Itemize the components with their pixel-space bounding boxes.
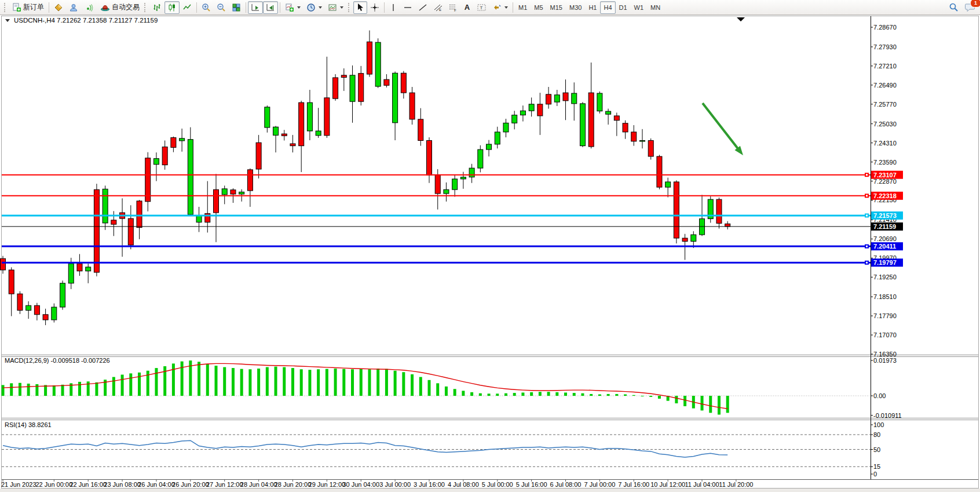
- tile-windows-button[interactable]: [229, 1, 244, 14]
- line-chart-button[interactable]: [180, 1, 195, 14]
- time-tick-label: 28 Jun 04:00: [240, 481, 277, 488]
- macd-histogram-bar: [402, 372, 405, 396]
- candlestick-chart-button[interactable]: [164, 1, 180, 14]
- line-end-marker-inner: [866, 174, 868, 176]
- timeframe-button-D1[interactable]: D1: [616, 1, 631, 14]
- separator: [49, 2, 49, 13]
- crosshair-button[interactable]: [367, 1, 382, 14]
- candle-bull: [52, 307, 57, 320]
- bar-chart-button[interactable]: [149, 1, 164, 14]
- macd-histogram-bar: [44, 385, 47, 396]
- timeframe-button-MN[interactable]: MN: [647, 1, 664, 14]
- price-tag-label: 7.19797: [873, 259, 897, 266]
- macd-histogram-bar: [308, 370, 311, 396]
- macd-histogram-bar: [334, 369, 337, 396]
- macd-histogram-bar: [701, 396, 704, 410]
- signals-icon: [85, 3, 94, 12]
- line-end-marker-inner: [866, 262, 868, 264]
- timeframe-button-M30[interactable]: M30: [566, 1, 585, 14]
- dropdown-arrow: [504, 6, 508, 9]
- macd-histogram-bar: [223, 367, 226, 396]
- candle-bear: [537, 104, 543, 116]
- timeframe-button-M1[interactable]: M1: [515, 1, 531, 14]
- price-tick-label: 7.25770: [873, 101, 897, 108]
- chart-shift-button[interactable]: [263, 1, 278, 14]
- auto-scroll-button[interactable]: [248, 1, 263, 14]
- candle-bull: [665, 182, 671, 187]
- macd-histogram-bar: [27, 384, 30, 396]
- svg-text:T: T: [480, 5, 483, 10]
- candle-bear: [137, 201, 142, 228]
- search-icon: [949, 2, 959, 12]
- vertical-line-button[interactable]: [386, 1, 400, 14]
- zoom-in-button[interactable]: [199, 1, 214, 14]
- periods-button[interactable]: [303, 1, 325, 14]
- new-order-button[interactable]: 新订单: [9, 1, 47, 14]
- dropdown-arrow: [319, 6, 322, 9]
- candle-bear: [401, 73, 406, 93]
- text-label-icon: T: [477, 3, 487, 12]
- timeframe-button-H1[interactable]: H1: [585, 1, 600, 14]
- macd-axis-label: 0.01973: [873, 357, 897, 364]
- macd-histogram-bar: [240, 369, 243, 396]
- timeframe-button-H4[interactable]: H4: [600, 1, 615, 14]
- trendline-button[interactable]: [415, 1, 430, 14]
- signals-button[interactable]: [82, 1, 97, 14]
- text-button[interactable]: A: [460, 1, 474, 14]
- vertical-line-icon: [389, 3, 397, 12]
- indicators-button[interactable]: [282, 1, 303, 14]
- timeframe-group: M1M5M15M30H1H4D1W1MN: [515, 1, 664, 14]
- time-tick-label: 26 Jun 20:00: [172, 481, 209, 488]
- timeframe-button-M5[interactable]: M5: [531, 1, 546, 14]
- community-button[interactable]: [66, 1, 82, 14]
- candle-bull: [597, 93, 602, 111]
- candle-bull: [86, 267, 91, 271]
- notification-badge[interactable]: 1: [970, 0, 980, 8]
- zoom-out-button[interactable]: [214, 1, 229, 14]
- candle-bear: [341, 75, 346, 78]
- price-tick-label: 7.24310: [873, 140, 897, 147]
- candle-bear: [418, 119, 423, 141]
- timeframe-button-W1[interactable]: W1: [631, 1, 648, 14]
- candle-bear: [171, 137, 176, 147]
- time-tick-label: 5 Jul 00:00: [482, 481, 513, 488]
- macd-histogram-bar: [394, 371, 397, 396]
- macd-histogram-bar: [78, 382, 81, 396]
- metaeditor-button[interactable]: [51, 1, 66, 14]
- time-tick-label: 6 Jul 08:00: [550, 481, 582, 488]
- arrows-button[interactable]: [489, 1, 511, 14]
- chart-area[interactable]: 7.286707.279307.272107.264907.257707.250…: [0, 0, 980, 492]
- candle-bear: [281, 134, 287, 136]
- rsi-axis-label: 100: [873, 421, 884, 428]
- price-tick-label: 7.17070: [873, 331, 897, 338]
- cursor-button[interactable]: [353, 1, 367, 14]
- chart-window-frame: [2, 16, 979, 489]
- time-tick-label: 22 Jun 16:00: [70, 481, 107, 488]
- price-tag-label: 7.22318: [873, 192, 897, 199]
- macd-histogram-bar: [658, 396, 661, 399]
- price-tick-label: 7.18510: [873, 293, 897, 300]
- search-button[interactable]: [946, 1, 961, 14]
- chart-shift-icon: [266, 3, 275, 12]
- time-tick-label: 11 Jul 20:00: [719, 481, 753, 488]
- price-tick-label: 7.17790: [873, 312, 897, 319]
- fibonacci-button[interactable]: F: [445, 1, 460, 14]
- macd-histogram-bar: [138, 373, 141, 396]
- macd-histogram-bar: [496, 393, 499, 396]
- macd-histogram-bar: [436, 383, 439, 396]
- macd-histogram-bar: [683, 396, 686, 406]
- candle-bear: [145, 158, 151, 202]
- zoom-in-icon: [202, 3, 211, 12]
- timeframe-button-M15[interactable]: M15: [547, 1, 566, 14]
- candle-bull: [640, 140, 645, 141]
- text-label-button[interactable]: T: [474, 1, 489, 14]
- horizontal-line-button[interactable]: [400, 1, 415, 14]
- autotrading-button[interactable]: 自动交易: [97, 1, 142, 14]
- channel-button[interactable]: E: [430, 1, 445, 14]
- candle-bear: [324, 98, 330, 136]
- candle-bear: [94, 189, 99, 272]
- candle-bear: [214, 189, 219, 213]
- candle-bull: [350, 75, 355, 101]
- macd-histogram-bar: [155, 368, 158, 396]
- templates-button[interactable]: [325, 1, 346, 14]
